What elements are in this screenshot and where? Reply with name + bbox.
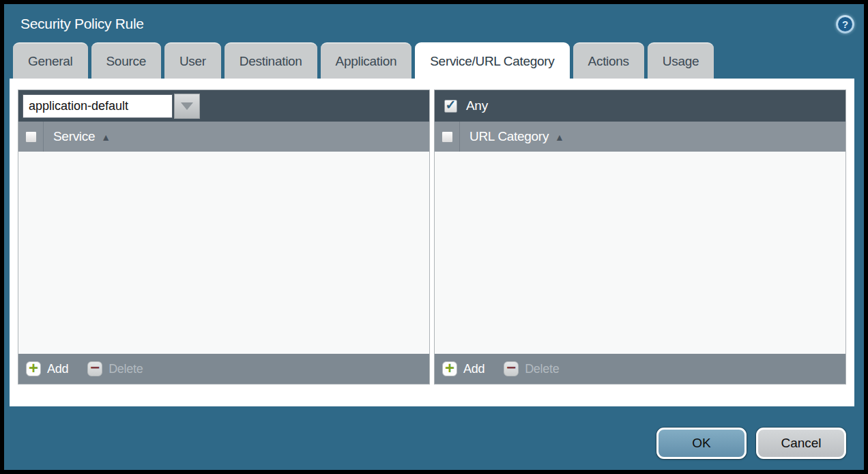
plus-icon: + bbox=[442, 361, 457, 376]
service-panel-footer: + Add − Delete bbox=[18, 354, 429, 384]
help-icon[interactable]: ? bbox=[836, 15, 854, 33]
service-panel-toolbar bbox=[18, 90, 429, 122]
service-select-all-checkbox[interactable] bbox=[25, 131, 37, 143]
url-category-column-header[interactable]: URL Category ▲ bbox=[435, 122, 845, 152]
title-bar: Security Policy Rule ? bbox=[4, 4, 864, 42]
chevron-down-icon bbox=[181, 102, 193, 110]
url-category-panel-footer: + Add − Delete bbox=[435, 354, 845, 384]
help-icon-glyph: ? bbox=[838, 17, 852, 31]
tab-source[interactable]: Source bbox=[91, 42, 161, 79]
url-category-column-label: URL Category bbox=[469, 129, 549, 144]
tab-service-url-category[interactable]: Service/URL Category bbox=[415, 42, 569, 79]
url-category-panel: ✓ Any URL Category ▲ + Add bbox=[434, 89, 846, 385]
url-category-table-body[interactable] bbox=[435, 152, 845, 354]
service-select-all-cell bbox=[18, 122, 44, 152]
ok-button[interactable]: OK bbox=[656, 428, 747, 459]
url-category-select-all-checkbox[interactable] bbox=[442, 131, 453, 143]
any-checkbox[interactable]: ✓ bbox=[444, 100, 457, 113]
url-category-select-all-cell bbox=[435, 122, 460, 152]
service-column-header[interactable]: Service ▲ bbox=[18, 122, 429, 152]
service-type-dropdown-input[interactable] bbox=[23, 94, 173, 118]
tab-usage[interactable]: Usage bbox=[648, 42, 714, 79]
security-policy-rule-dialog: Security Policy Rule ? General Source Us… bbox=[0, 0, 868, 474]
service-table-body[interactable] bbox=[18, 152, 429, 354]
service-panel: Service ▲ + Add − Delete bbox=[18, 89, 430, 385]
url-category-panel-toolbar: ✓ Any bbox=[435, 90, 845, 122]
service-type-dropdown bbox=[23, 94, 200, 119]
any-checkbox-label: Any bbox=[466, 98, 488, 113]
sort-ascending-icon: ▲ bbox=[555, 132, 564, 143]
plus-icon: + bbox=[26, 361, 41, 376]
url-category-delete-button[interactable]: − Delete bbox=[504, 361, 559, 376]
dialog-title: Security Policy Rule bbox=[20, 16, 144, 32]
tab-content-area: Service ▲ + Add − Delete bbox=[10, 79, 854, 406]
tab-general[interactable]: General bbox=[13, 42, 88, 79]
url-category-add-button[interactable]: + Add bbox=[442, 361, 484, 376]
service-delete-button[interactable]: − Delete bbox=[87, 361, 143, 376]
checkmark-icon: ✓ bbox=[446, 97, 457, 113]
service-type-dropdown-button[interactable] bbox=[174, 94, 200, 119]
cancel-button[interactable]: Cancel bbox=[756, 428, 846, 459]
tab-application[interactable]: Application bbox=[321, 42, 412, 79]
minus-icon: − bbox=[87, 361, 102, 376]
tab-bar: General Source User Destination Applicat… bbox=[4, 42, 864, 79]
tab-actions[interactable]: Actions bbox=[573, 42, 644, 79]
minus-icon: − bbox=[504, 361, 519, 376]
tab-destination[interactable]: Destination bbox=[225, 42, 317, 79]
service-column-label: Service bbox=[53, 129, 95, 144]
dialog-footer-buttons: OK Cancel bbox=[656, 428, 846, 459]
service-add-button[interactable]: + Add bbox=[26, 361, 68, 376]
sort-ascending-icon: ▲ bbox=[101, 132, 111, 143]
tab-user[interactable]: User bbox=[164, 42, 221, 79]
